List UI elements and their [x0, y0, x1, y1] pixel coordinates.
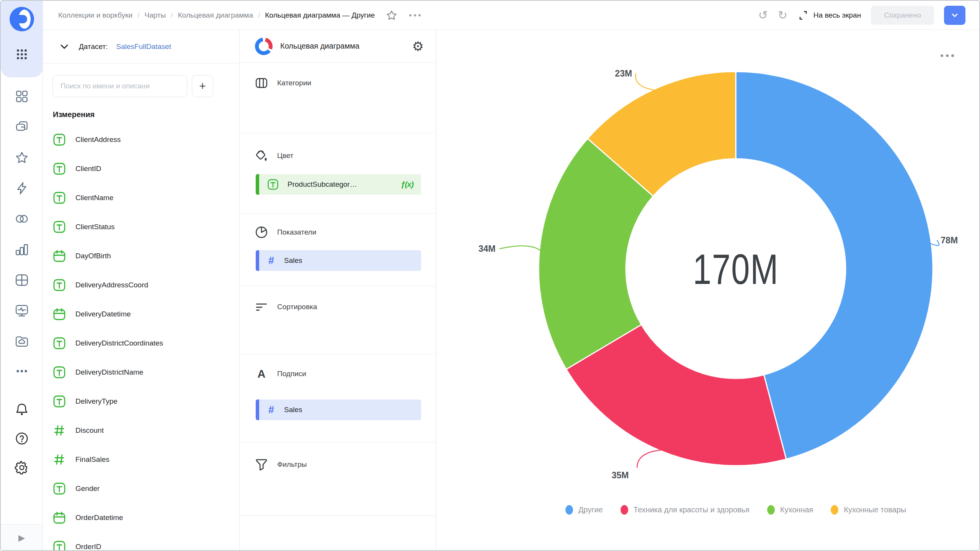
date-field-icon — [52, 307, 66, 321]
field-row[interactable]: DeliveryDistrictCoordinates — [52, 329, 217, 358]
text-field-icon — [52, 133, 66, 147]
paint-bucket-icon — [254, 148, 269, 163]
help-button[interactable] — [1, 430, 43, 447]
field-row[interactable]: ClientID — [52, 154, 217, 183]
chevron-down-icon[interactable] — [58, 41, 70, 52]
section-label: Фильтры — [277, 460, 307, 469]
chart-legend: ДругиеТехника для красоты и здоровьяКухо… — [464, 505, 980, 515]
bar-chart-button[interactable] — [1, 241, 43, 258]
lightning-button[interactable] — [1, 180, 43, 197]
datalens-chart-editor: Коллекции и воркбуки/Чарты/Кольцевая диа… — [0, 0, 980, 551]
redo-button[interactable]: ↻ — [778, 10, 787, 21]
pill-accent — [256, 399, 259, 420]
favorites-star-button[interactable] — [1, 149, 43, 166]
field-row[interactable]: OrderID — [52, 532, 217, 551]
notifications-bell-button[interactable] — [1, 401, 43, 418]
storage-folder-button[interactable] — [1, 333, 43, 350]
breadcrumb-link[interactable]: Чарты — [144, 11, 166, 20]
collections-button[interactable] — [1, 119, 43, 135]
legend-item[interactable]: Техника для красоты и здоровья — [621, 505, 750, 515]
navigation-squares-button[interactable] — [1, 88, 43, 105]
text-field-icon — [52, 191, 66, 205]
more-ellipsis-icon — [15, 364, 29, 378]
labels-icon: A — [254, 368, 269, 380]
section-filters[interactable]: Фильтры — [240, 455, 436, 474]
text-field-icon — [52, 278, 66, 292]
measure-field-pill[interactable]: # Sales — [256, 250, 421, 271]
chevron-down-icon — [951, 11, 959, 20]
dashboard-monitor-button[interactable] — [1, 302, 43, 319]
sort-icon — [254, 300, 269, 314]
breadcrumb: Коллекции и воркбуки/Чарты/Кольцевая диа… — [58, 1, 421, 30]
undo-button[interactable]: ↺ — [758, 10, 768, 21]
table-button[interactable] — [1, 272, 43, 289]
left-navigation-rail: ▶ — [1, 1, 43, 551]
divider — [240, 213, 436, 214]
label-field-name: Sales — [284, 406, 421, 414]
section-color[interactable]: Цвет — [240, 146, 436, 166]
field-row[interactable]: ClientName — [52, 183, 217, 212]
slice-value-label: 23M — [615, 68, 632, 78]
chart-preview-panel: 78M35M34M23M170M ДругиеТехника для красо… — [436, 30, 980, 551]
field-search-input[interactable] — [52, 75, 187, 97]
field-row[interactable]: DeliveryDistrictName — [52, 358, 217, 387]
save-dropdown-button[interactable] — [944, 6, 965, 25]
field-name: DeliveryDatetime — [75, 310, 131, 318]
label-field-pill[interactable]: # Sales — [256, 399, 421, 420]
slice-callout-line — [635, 73, 655, 90]
field-row[interactable]: DeliveryDatetime — [52, 300, 217, 329]
section-sort[interactable]: Сортировка — [240, 297, 436, 317]
section-label: Категории — [277, 79, 311, 87]
donut-total-label: 170M — [693, 245, 779, 293]
star-icon — [385, 9, 398, 21]
fullscreen-label: На весь экран — [813, 11, 861, 20]
chart-settings-gear-button[interactable]: ⚙ — [412, 40, 424, 53]
donut-chart: 78M35M34M23M170M — [468, 30, 980, 536]
color-field-pill[interactable]: ProductSubcategor… ƒ(x) — [256, 174, 421, 195]
more-ellipsis-button[interactable] — [1, 363, 43, 380]
field-row[interactable]: ClientStatus — [52, 212, 217, 241]
dataset-name-link[interactable]: SalesFullDataset — [116, 42, 172, 51]
field-row[interactable]: FinalSales — [52, 445, 217, 474]
saved-button[interactable]: Сохранено — [871, 6, 934, 25]
text-field-icon — [52, 365, 66, 379]
field-row[interactable]: DeliveryAddressCoord — [52, 271, 217, 300]
legend-item[interactable]: Кухонные товары — [831, 505, 906, 515]
section-measures[interactable]: Показатели — [240, 222, 436, 242]
fullscreen-button[interactable]: На весь экран — [797, 10, 861, 21]
breadcrumb-more-button[interactable] — [409, 14, 421, 16]
field-name: Gender — [75, 484, 100, 493]
field-search-row: + — [52, 75, 213, 97]
donut-chart-type-icon[interactable] — [255, 37, 273, 55]
field-name: ClientAddress — [75, 135, 121, 144]
date-field-icon — [52, 249, 66, 263]
legend-label: Кухонная — [780, 505, 813, 514]
field-row[interactable]: Gender — [52, 474, 217, 503]
breadcrumb-link[interactable]: Коллекции и воркбуки — [58, 11, 132, 20]
settings-gear-button[interactable] — [1, 459, 43, 476]
text-field-icon — [52, 540, 66, 551]
number-field-icon — [52, 424, 66, 437]
collections-icon — [15, 120, 29, 134]
favorite-star-button[interactable] — [385, 9, 398, 21]
section-labels[interactable]: A Подписи — [240, 364, 436, 384]
breadcrumb-link[interactable]: Кольцевая диаграмма — [178, 11, 253, 20]
legend-item[interactable]: Кухонная — [767, 505, 813, 515]
slice-callout-line — [637, 450, 662, 468]
linked-circles-button[interactable] — [1, 210, 43, 227]
apps-menu-button[interactable] — [1, 46, 43, 63]
field-name: DeliveryAddressCoord — [75, 281, 148, 289]
field-row[interactable]: DeliveryType — [52, 387, 217, 416]
expand-panel-button[interactable]: ▶ — [18, 533, 25, 543]
legend-item[interactable]: Другие — [565, 505, 603, 515]
navigation-squares-icon — [15, 89, 29, 104]
datalens-logo[interactable] — [1, 6, 43, 32]
add-field-button[interactable]: + — [192, 75, 213, 97]
field-row[interactable]: Discount — [52, 416, 217, 445]
section-categories[interactable]: Категории — [240, 73, 436, 93]
field-row[interactable]: ClientAddress — [52, 125, 217, 154]
formula-fx-icon[interactable]: ƒ(x) — [401, 180, 413, 189]
field-name: DayOfBirth — [75, 252, 111, 260]
field-row[interactable]: OrderDatetime — [52, 503, 217, 532]
field-row[interactable]: DayOfBirth — [52, 241, 217, 271]
